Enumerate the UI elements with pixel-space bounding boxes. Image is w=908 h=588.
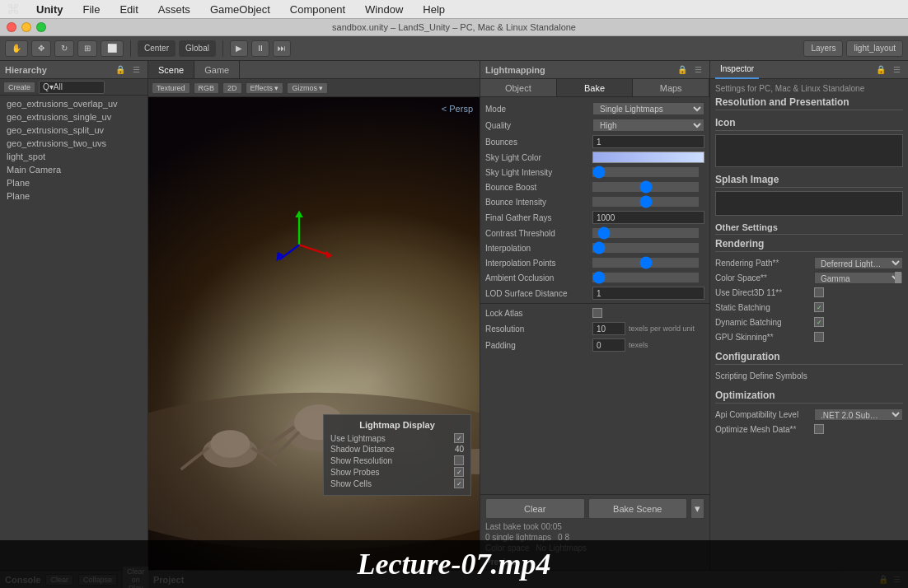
hierarchy-item-5[interactable]: Main Camera <box>0 163 147 176</box>
center-button[interactable]: Center <box>138 40 176 57</box>
show-probes-checkbox[interactable]: ✓ <box>454 467 464 477</box>
dynamic-batching-label: Dynamic Batching <box>715 318 814 327</box>
hierarchy-item-1[interactable]: geo_extrusions_single_uv <box>0 110 147 124</box>
hierarchy-lock-button[interactable]: 🔒 <box>113 64 128 75</box>
lm-padding-label: Padding <box>485 341 592 350</box>
menu-component[interactable]: Component <box>287 2 349 17</box>
lm-lock-atlas-checkbox[interactable] <box>592 308 602 318</box>
lm-lod-input[interactable] <box>592 287 704 300</box>
lm-resolution-input[interactable] <box>592 322 625 335</box>
optimize-mesh-checkbox[interactable] <box>814 424 824 434</box>
menu-assets[interactable]: Assets <box>155 2 194 17</box>
shadow-distance-value: 40 <box>439 445 464 454</box>
lm-tab-object[interactable]: Object <box>480 79 557 96</box>
menu-gameobject[interactable]: GameObject <box>207 2 274 17</box>
maximize-button[interactable] <box>36 22 46 32</box>
hand-tool-button[interactable]: ✋ <box>5 40 28 57</box>
lm-interp-points-slider[interactable] <box>592 258 699 268</box>
scene-content[interactable]: < Persp Lightmap Display Use Lightmaps ✓… <box>148 97 480 570</box>
lm-ambient-occlusion-slider[interactable] <box>592 273 699 282</box>
minimize-button[interactable] <box>21 22 31 32</box>
play-button[interactable]: ▶ <box>230 40 248 57</box>
menu-unity[interactable]: Unity <box>33 2 67 17</box>
hierarchy-item-0[interactable]: geo_extrusions_overlap_uv <box>0 97 147 110</box>
lm-bake-dropdown-button[interactable]: ▾ <box>690 498 704 519</box>
lightmapping-menu-button[interactable]: ☰ <box>692 64 704 75</box>
static-batching-checkbox[interactable]: ✓ <box>814 302 824 312</box>
hierarchy-menu-button[interactable]: ☰ <box>130 64 143 75</box>
lm-sky-intensity-slider[interactable] <box>592 167 699 177</box>
lm-final-gather-row: Final Gather Rays <box>480 209 709 226</box>
hierarchy-item-2[interactable]: geo_extrusions_split_uv <box>0 124 147 137</box>
lm-contrast-row: Contrast Threshold 0.05 <box>480 226 709 240</box>
dynamic-batching-checkbox[interactable]: ✓ <box>814 317 824 327</box>
lm-final-gather-input[interactable] <box>592 211 704 224</box>
apple-menu[interactable]: ⌘ <box>7 2 20 17</box>
static-batching-label: Static Batching <box>715 303 814 312</box>
lm-tab-maps[interactable]: Maps <box>633 79 709 96</box>
inspector-menu-button[interactable]: ☰ <box>891 64 903 75</box>
scale-tool-button[interactable]: ⊞ <box>77 40 97 57</box>
game-tab[interactable]: Game <box>194 61 240 78</box>
use-direct3d-checkbox[interactable] <box>814 287 824 297</box>
lm-padding-input[interactable] <box>592 338 625 352</box>
inspector-rendering-section: Rendering Rendering Path* Deferred Light… <box>715 238 903 344</box>
lm-interpolation-control: 0 <box>592 243 709 253</box>
inspector-panel: Inspector 🔒 ☰ Settings for PC, Mac & Lin… <box>710 61 908 570</box>
lm-bounce-boost-slider[interactable] <box>592 182 699 192</box>
gpu-skinning-checkbox[interactable] <box>814 332 824 342</box>
rendering-path-select[interactable]: Deferred Light… <box>814 257 903 269</box>
inspector-splash-title: Splash Image <box>715 174 903 188</box>
textured-button[interactable]: Textured <box>152 82 190 94</box>
move-tool-button[interactable]: ✥ <box>31 40 51 57</box>
lm-quality-label: Quality <box>485 121 592 130</box>
inspector-lock-button[interactable]: 🔒 <box>873 64 888 75</box>
menu-edit[interactable]: Edit <box>116 2 141 17</box>
hierarchy-search-input[interactable] <box>39 81 105 94</box>
hierarchy-item-6[interactable]: Plane <box>0 176 147 189</box>
hierarchy-item-3[interactable]: geo_extrusions_two_uvs <box>0 137 147 150</box>
scripting-define-row: Scripting Define Symbols <box>715 368 903 383</box>
lightmapping-lock-button[interactable]: 🔒 <box>675 64 690 75</box>
lm-bounces-input[interactable] <box>592 135 704 148</box>
hierarchy-create-button[interactable]: Create <box>3 82 35 93</box>
lm-ambient-occlusion-control: 0 <box>592 273 709 282</box>
menu-help[interactable]: Help <box>419 2 448 17</box>
step-button[interactable]: ⏭ <box>273 40 291 57</box>
lm-bake-button[interactable]: Bake Scene <box>588 498 688 519</box>
show-cells-checkbox[interactable]: ✓ <box>454 478 464 488</box>
pause-button[interactable]: ⏸ <box>251 40 269 57</box>
hierarchy-item-7[interactable]: Plane <box>0 189 147 203</box>
layers-button[interactable]: Layers <box>803 40 843 57</box>
lm-contrast-slider[interactable] <box>592 228 699 238</box>
lm-sky-color-picker[interactable] <box>592 152 704 163</box>
close-button[interactable] <box>7 22 16 32</box>
layout-button[interactable]: light_layout <box>846 40 903 57</box>
gizmos-button[interactable]: Gizmos ▾ <box>287 82 328 94</box>
effects-button[interactable]: Effects ▾ <box>246 82 284 94</box>
rect-tool-button[interactable]: ⬜ <box>101 40 124 57</box>
optimize-mesh-label: Optimize Mesh Data* <box>715 425 814 434</box>
lm-quality-select[interactable]: High <box>592 119 704 132</box>
lm-bounce-intensity-row: Bounce Intensity 1 <box>480 194 709 209</box>
menu-window[interactable]: Window <box>362 2 406 17</box>
inspector-tab[interactable]: Inspector <box>715 61 759 79</box>
rotate-tool-button[interactable]: ↻ <box>54 40 74 57</box>
api-compat-select[interactable]: .NET 2.0 Sub… <box>814 408 903 421</box>
global-button[interactable]: Global <box>179 40 216 57</box>
show-resolution-checkbox[interactable] <box>454 455 464 465</box>
lm-interpolation-slider[interactable] <box>592 243 699 253</box>
color-space-select[interactable]: Gamma <box>814 272 903 284</box>
lm-bounce-intensity-slider[interactable] <box>592 197 699 207</box>
scene-tab[interactable]: Scene <box>148 61 194 78</box>
inspector-config-title: Configuration <box>715 351 903 365</box>
menu-file[interactable]: File <box>80 2 104 17</box>
use-lightmaps-checkbox[interactable]: ✓ <box>454 433 464 443</box>
lm-clear-button[interactable]: Clear <box>485 498 585 519</box>
lm-mode-select[interactable]: Single Lightmaps <box>592 102 704 115</box>
lm-tab-bake[interactable]: Bake <box>557 79 634 96</box>
hierarchy-item-4[interactable]: light_spot <box>0 150 147 163</box>
lm-final-gather-control <box>592 211 704 224</box>
2d-button[interactable]: 2D <box>222 82 242 94</box>
rgb-button[interactable]: RGB <box>194 82 220 94</box>
